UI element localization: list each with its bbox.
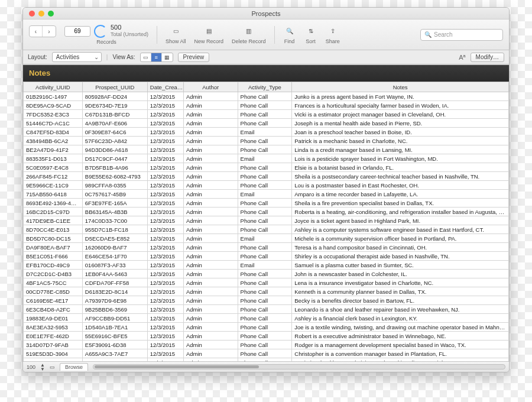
table-row[interactable]: 8693E492-1369-44756F3E97FE-165A12/3/2015… (24, 199, 509, 208)
view-mode-segment[interactable]: ▭ ≡ ▦ (140, 53, 173, 62)
cell[interactable]: Admin (183, 137, 238, 145)
cell[interactable]: B7D5FB1B-4A96 (82, 163, 147, 172)
cell[interactable]: 12/3/2015 (147, 163, 183, 172)
cell[interactable]: 12/3/2015 (147, 92, 183, 101)
cell[interactable]: Admin (183, 234, 238, 243)
cell[interactable]: Phone Call (238, 101, 292, 110)
cell[interactable]: Email (238, 261, 292, 270)
cell[interactable]: 12/3/2015 (147, 190, 183, 199)
cell[interactable]: 9E5966CE-11C9 (24, 181, 83, 190)
cell[interactable]: Phone Call (238, 92, 292, 101)
preview-button[interactable]: Preview (178, 53, 210, 62)
cell[interactable]: Joseph is a mental health aide based in … (292, 119, 509, 128)
cell[interactable]: Email (238, 128, 292, 137)
table-view-icon[interactable]: ▦ (162, 53, 173, 61)
cell[interactable]: Phone Call (238, 314, 292, 323)
cell[interactable]: Admin (183, 261, 238, 270)
cell[interactable]: E0E1E7FE-462D (24, 332, 83, 341)
table-row[interactable]: 6E3CB4D8-A2FC9B25BBD6-356912/3/2015Admin… (24, 305, 509, 314)
cell[interactable]: 01B2916C-1497 (24, 92, 83, 101)
cell[interactable]: 12/3/2015 (147, 154, 183, 163)
cell[interactable]: 4A9B70AF-E606 (82, 119, 147, 128)
cell[interactable]: John is a newscaster based in Colchester… (292, 270, 509, 278)
cell[interactable]: Phone Call (238, 208, 292, 216)
cell[interactable]: 4BF1AC5-75CC (24, 278, 83, 287)
cell[interactable]: Teresa is a hand compositor based in Cin… (292, 243, 509, 252)
cell[interactable]: Admin (183, 199, 238, 208)
cell[interactable]: 1D540A1B-7EA1 (82, 323, 147, 332)
table-row[interactable]: 51446C7D-AC1C4A9B70AF-E60612/3/2015Admin… (24, 119, 509, 128)
cell[interactable]: 7FDC5352-E3C3 (24, 110, 83, 119)
cell[interactable]: 12/3/2015 (147, 296, 183, 305)
cell[interactable]: Phone Call (238, 243, 292, 252)
cell[interactable]: 51446C7D-AC1C (24, 119, 83, 128)
table-row[interactable]: 8AE3EA32-59531D540A1B-7EA112/3/2015Admin… (24, 323, 509, 332)
cell[interactable]: BD5D7C80-DC15 (24, 234, 83, 243)
modify-button[interactable]: Modify… (471, 53, 504, 62)
table-row[interactable]: BE2A47D9-41F294D3DD86-A61812/3/2015Admin… (24, 145, 509, 154)
cell[interactable]: B9E55E62-6082-4793 (82, 172, 147, 181)
cell[interactable]: 12/3/2015 (147, 172, 183, 181)
cell[interactable]: Admin (183, 225, 238, 234)
cell[interactable]: E5F39091-6D38 (82, 341, 147, 349)
cell[interactable]: Joyce is a ticket agent based in Highlan… (292, 216, 509, 225)
cell[interactable]: 1EB0F4AA-5463 (82, 270, 147, 278)
cell[interactable]: Phone Call (238, 199, 292, 208)
cell[interactable]: C67D131B-BFCD (82, 110, 147, 119)
cell[interactable]: 519E5D3D-3904 (24, 349, 83, 358)
cell[interactable]: Michele is a community supervision offic… (292, 234, 509, 243)
cell[interactable]: D5ECDAE5-E852 (82, 234, 147, 243)
cell[interactable]: Leonardo is a shoe and leather repairer … (292, 305, 509, 314)
cell[interactable]: 12/3/2015 (147, 119, 183, 128)
cell[interactable]: Phone Call (238, 270, 292, 278)
cell[interactable]: Admin (183, 243, 238, 252)
horizontal-scrollbar[interactable] (93, 364, 505, 369)
cell[interactable]: Frances is a horticultural specialty far… (292, 101, 509, 110)
cell[interactable]: Junko is a press agent based in Fort Way… (292, 92, 509, 101)
cell[interactable]: C847EF5D-83D4 (24, 128, 83, 137)
cell[interactable]: Samuel is a plasma cutter based in Sumte… (292, 261, 509, 270)
table-row[interactable]: 4BF1AC5-75CCCDFDA70F-FF5812/3/2015AdminP… (24, 278, 509, 287)
cell[interactable]: Sheila is a fire prevention specialist b… (292, 199, 509, 208)
cell[interactable]: 12/3/2015 (147, 332, 183, 341)
cell[interactable]: Phone Call (238, 216, 292, 225)
cell[interactable]: 12/3/2015 (147, 110, 183, 119)
table-row[interactable]: BD5D7C80-DC15D5ECDAE5-E85212/3/2015Admin… (24, 234, 509, 243)
column-header[interactable]: Author (183, 82, 238, 92)
cell[interactable]: D517C9CF-0447 (82, 154, 147, 163)
cell[interactable]: 12/3/2015 (147, 145, 183, 154)
cell[interactable]: 438494BB-6CA2 (24, 137, 83, 145)
cell[interactable]: Admin (183, 216, 238, 225)
cell[interactable]: Admin (183, 252, 238, 261)
cell[interactable]: Admin (183, 110, 238, 119)
cell[interactable]: CDFDA70F-FF58 (82, 278, 147, 287)
cell[interactable]: 00CD778E-C85D (24, 287, 83, 296)
stepper-icon[interactable]: ▲▼ (40, 363, 45, 371)
table-row[interactable]: 8D70CC4E-E013955D7C1B-FC1812/3/2015Admin… (24, 225, 509, 234)
cell[interactable]: Phone Call (238, 296, 292, 305)
cell[interactable]: 0F309E87-64C6 (82, 128, 147, 137)
chevron-right-icon[interactable]: › (43, 26, 56, 37)
cell[interactable]: Joe is a textile winding, twisting, and … (292, 323, 509, 332)
cell[interactable]: 12/3/2015 (147, 314, 183, 323)
cell[interactable]: Roberta is a heating, air-conditioning, … (292, 208, 509, 216)
cell[interactable]: Phone Call (238, 225, 292, 234)
cell[interactable]: Admin (183, 323, 238, 332)
cell[interactable]: Phone Call (238, 181, 292, 190)
share-button[interactable]: ⇪ (326, 25, 339, 37)
cell[interactable]: Phone Call (238, 278, 292, 287)
cell[interactable]: 6E3CB4D8-A2FC (24, 305, 83, 314)
table-row[interactable]: 5C0E0597-E4C8B7D5FB1B-4A9612/3/2015Admin… (24, 163, 509, 172)
cell[interactable]: Sheila is a postsecondary career-technic… (292, 172, 509, 181)
cell[interactable]: 12/3/2015 (147, 278, 183, 287)
cell[interactable]: 174C0D33-7C00 (82, 216, 147, 225)
table-row[interactable]: 314D07D7-9FABE5F39091-6D3812/3/2015Admin… (24, 341, 509, 349)
cell[interactable]: 805928AF-DD24 (82, 92, 147, 101)
cell[interactable]: EFB170CD-49C9 (24, 261, 83, 270)
cell[interactable]: 12/3/2015 (147, 323, 183, 332)
cell[interactable]: 12/3/2015 (147, 341, 183, 349)
cell[interactable]: B5E1C051-F666 (24, 252, 83, 261)
cell[interactable]: 12/3/2015 (147, 243, 183, 252)
cell[interactable]: Patrick is a mechanic based in Charlotte… (292, 137, 509, 145)
cell[interactable]: Admin (183, 119, 238, 128)
